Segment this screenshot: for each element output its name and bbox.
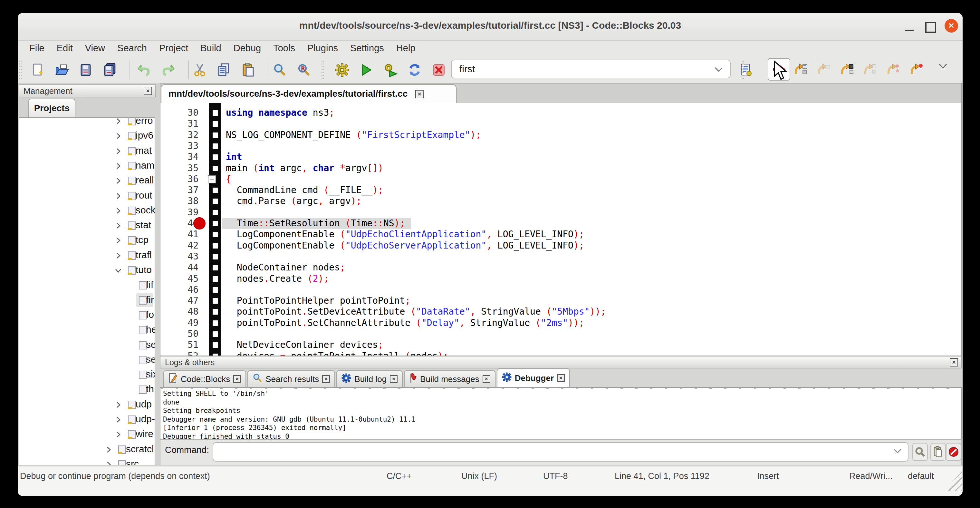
new-file-button[interactable] [29, 61, 47, 79]
chevron-collapsed-icon[interactable] [115, 401, 121, 410]
maximize-button[interactable] [925, 22, 936, 33]
debugger-log[interactable]: Setting SHELL to '/bin/sh'doneSetting br… [160, 388, 962, 440]
run-to-cursor-button[interactable] [792, 61, 810, 79]
tree-item-mat[interactable]: mat [19, 144, 154, 159]
chevron-collapsed-icon[interactable] [115, 177, 121, 186]
tree-item-reall[interactable]: reall [19, 174, 154, 188]
menu-settings[interactable]: Settings [344, 39, 390, 57]
menu-search[interactable]: Search [111, 39, 153, 57]
chevron-down-icon[interactable] [894, 449, 901, 455]
copy-button[interactable] [215, 61, 232, 79]
tree-item-nam[interactable]: nam [19, 159, 154, 174]
tree-item-th[interactable]: th [19, 382, 154, 397]
tree-item-he[interactable]: he [19, 323, 154, 338]
tree-item-se[interactable]: se [19, 338, 154, 353]
tree-item-six[interactable]: six [19, 368, 154, 382]
next-instruction-button[interactable] [885, 61, 903, 79]
debug-attach-button[interactable] [912, 443, 928, 461]
log-tab-build-messages[interactable]: Build messages× [404, 370, 495, 387]
build-target-combobox[interactable]: first [451, 60, 731, 78]
chevron-collapsed-icon[interactable] [115, 237, 121, 245]
tree-item-tcp[interactable]: tcp [19, 233, 154, 248]
log-tab-close-icon[interactable]: × [322, 375, 330, 383]
log-tab-close-icon[interactable]: × [390, 375, 398, 383]
save-button[interactable] [78, 61, 95, 79]
chevron-collapsed-icon[interactable] [115, 416, 121, 425]
step-into-button[interactable] [839, 61, 856, 79]
tree-item-udp[interactable]: udp [19, 397, 154, 412]
log-tab-debugger[interactable]: Debugger× [497, 368, 570, 387]
menu-debug[interactable]: Debug [228, 39, 267, 57]
save-all-button[interactable] [102, 61, 119, 79]
chevron-collapsed-icon[interactable] [115, 222, 121, 231]
chevron-collapsed-icon[interactable] [115, 193, 121, 201]
log-tab-build-log[interactable]: Build log× [336, 370, 403, 387]
menu-tools[interactable]: Tools [267, 39, 301, 57]
undo-button[interactable] [135, 61, 153, 79]
tree-item-trafl[interactable]: trafl [19, 248, 154, 263]
menu-project[interactable]: Project [153, 39, 194, 57]
paste-button[interactable] [239, 61, 257, 79]
step-out-button[interactable] [862, 61, 880, 79]
step-into-instruction-button[interactable] [908, 61, 926, 79]
tree-item-udp-[interactable]: udp- [19, 412, 154, 427]
log-tab-close-icon[interactable]: × [483, 375, 490, 383]
management-close-icon[interactable]: × [144, 87, 152, 95]
abort-button[interactable] [430, 61, 447, 79]
panel-splitter[interactable] [156, 83, 160, 466]
menu-build[interactable]: Build [194, 39, 228, 57]
find-button[interactable] [271, 61, 288, 79]
compiler-target-options-icon[interactable] [737, 61, 754, 79]
rebuild-button[interactable] [406, 61, 423, 79]
chevron-collapsed-icon[interactable] [115, 118, 121, 126]
editor-tab-first-cc[interactable]: mnt/dev/tools/source/ns-3-dev/examples/t… [161, 84, 457, 103]
tree-item-erro[interactable]: erro [19, 117, 154, 129]
chevron-collapsed-icon[interactable] [115, 132, 121, 141]
build-and-run-button[interactable] [382, 61, 399, 79]
code-editor[interactable]: 30using namespace ns3;3132NS_LOG_COMPONE… [160, 103, 962, 356]
tree-item-ipv6[interactable]: ipv6 [19, 129, 154, 143]
run-button[interactable] [358, 61, 375, 79]
tree-item-fo[interactable]: fo [19, 308, 154, 323]
toolbar-drag-handle[interactable] [741, 61, 744, 79]
toolbar-drag-handle[interactable] [19, 61, 22, 79]
log-tab-close-icon[interactable]: × [557, 374, 565, 382]
tree-item-wire[interactable]: wire [19, 427, 154, 442]
tree-item-src[interactable]: src [19, 457, 154, 465]
copy-log-button[interactable] [931, 443, 946, 461]
menu-view[interactable]: View [79, 39, 111, 57]
logs-close-icon[interactable]: × [950, 358, 958, 366]
tree-item-fif[interactable]: fif [19, 278, 154, 293]
tree-item-scratcl[interactable]: scratcl [19, 442, 154, 457]
menu-plugins[interactable]: Plugins [301, 39, 344, 57]
redo-button[interactable] [159, 61, 177, 79]
minimize-button[interactable] [905, 30, 914, 31]
stop-debugger-button[interactable] [946, 443, 961, 461]
log-tab-search-results[interactable]: Search results× [247, 370, 335, 387]
toolbar-drag-handle[interactable] [321, 61, 324, 79]
chevron-collapsed-icon[interactable] [115, 431, 121, 440]
editor-tab-close-icon[interactable]: × [415, 90, 424, 98]
toolbar-overflow-chevron-icon[interactable] [938, 63, 948, 71]
fold-marker-icon[interactable]: − [208, 175, 216, 183]
chevron-collapsed-icon[interactable] [105, 461, 112, 465]
tree-item-se[interactable]: se [19, 353, 154, 368]
menu-file[interactable]: File [23, 39, 51, 57]
tree-item-sock[interactable]: sock [19, 204, 154, 218]
breakpoint-icon[interactable] [193, 217, 205, 229]
next-line-button[interactable] [816, 61, 833, 79]
tab-projects[interactable]: Projects [29, 99, 75, 117]
menu-help[interactable]: Help [390, 39, 422, 57]
log-tab-code-blocks[interactable]: Code::Blocks× [163, 370, 246, 387]
chevron-collapsed-icon[interactable] [115, 207, 121, 216]
tree-item-rout[interactable]: rout [19, 189, 154, 204]
tree-item-tuto[interactable]: tuto [19, 263, 154, 278]
chevron-down-icon[interactable] [714, 60, 723, 78]
chevron-collapsed-icon[interactable] [115, 252, 121, 260]
cut-button[interactable] [191, 61, 208, 79]
find-in-files-button[interactable]: R [295, 61, 312, 79]
tree-item-fir[interactable]: fir [19, 293, 154, 308]
chevron-collapsed-icon[interactable] [115, 162, 121, 171]
close-button[interactable]: × [945, 19, 958, 33]
build-button[interactable] [333, 61, 351, 79]
